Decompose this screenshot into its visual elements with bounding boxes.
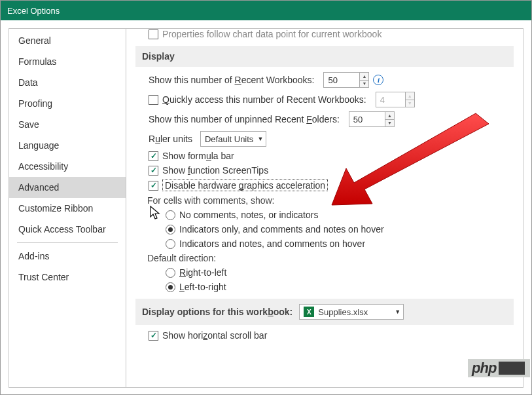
radio-no-comments[interactable] [166,210,175,220]
dropdown-value: Default Units [205,134,253,144]
sidebar-item-trust-center[interactable]: Trust Center [9,267,126,288]
excel-icon: X [304,307,314,317]
radio-ltr[interactable] [166,282,175,292]
dropdown-value: Supplies.xlsx [318,307,391,317]
sidebar-item-advanced[interactable]: Advanced [9,177,126,198]
sidebar-item-accessibility[interactable]: Accessibility [9,156,126,177]
checkbox-properties-follow[interactable] [149,29,158,39]
titlebar: Excel Options [1,1,531,20]
label-show-formula-bar: Show formula bar [162,151,234,161]
sidebar-separator [17,242,118,243]
sidebar: General Formulas Data Proofing Save Lang… [9,28,126,388]
label-horizontal-scroll: Show horizontal scroll bar [162,330,267,341]
sidebar-item-save[interactable]: Save [9,114,126,135]
spinner-recent-folders[interactable]: 50 ▲▼ [349,111,395,127]
sidebar-item-formulas[interactable]: Formulas [9,51,126,72]
section-header-workbook: Display options for this workbook: X Sup… [135,299,514,325]
chevron-down-icon: ▼ [395,309,400,315]
spinner-down-icon[interactable]: ▼ [385,120,394,127]
checkbox-show-screentips[interactable] [149,166,158,176]
label-rtl: Right-to-left [179,267,226,278]
label-disable-hw-graphics: Disable hardware graphics acceleration [162,179,328,191]
content-area: General Formulas Data Proofing Save Lang… [1,20,531,395]
label-show-screentips: Show function ScreenTips [162,165,268,176]
label-properties-follow: Properties follow chart data point for c… [162,29,381,39]
label-recent-folders: Show this number of unpinned Recent Fold… [149,114,340,124]
spinner-value: 4 [376,92,405,107]
spinner-down-icon[interactable]: ▼ [360,81,368,88]
label-indicators-only: Indicators only, and comments and notes … [179,224,384,235]
checkbox-disable-hw-graphics[interactable] [149,181,158,191]
label-recent-workbooks: Show this number of Recent Workbooks: [149,75,314,85]
label-direction-heading: Default direction: [147,253,514,263]
sidebar-item-language[interactable]: Language [9,135,126,156]
radio-indicators-only[interactable] [166,225,175,235]
section-header-display: Display [135,46,514,67]
radio-indicators-and-notes[interactable] [166,239,175,249]
sidebar-item-addins[interactable]: Add-ins [9,246,126,267]
checkbox-horizontal-scroll[interactable] [149,331,158,341]
checkbox-quick-access-recent[interactable] [149,95,158,105]
spinner-quick-access-recent: 4 ▲▼ [376,92,415,107]
spinner-value[interactable]: 50 [349,112,385,126]
radio-rtl[interactable] [166,268,175,278]
label-indicators-and-notes: Indicators and notes, and comments on ho… [179,238,365,249]
sidebar-item-quick-access-toolbar[interactable]: Quick Access Toolbar [9,219,126,240]
main-panel: Properties follow chart data point for c… [126,28,523,388]
spinner-up-icon[interactable]: ▲ [385,112,394,120]
spinner-down-icon: ▼ [406,100,414,107]
info-icon[interactable]: i [373,75,383,85]
spinner-up-icon: ▲ [406,92,414,100]
label-comments-heading: For cells with comments, show: [147,195,514,206]
label-ruler-units: Ruler units [149,134,192,144]
spinner-up-icon[interactable]: ▲ [360,73,368,81]
label-no-comments: No comments, notes, or indicators [179,210,318,220]
sidebar-item-general[interactable]: General [9,30,126,51]
label-quick-access-recent: Quickly access this number of Recent Wor… [162,94,366,105]
spinner-recent-workbooks[interactable]: 50 ▲▼ [323,72,369,88]
checkbox-show-formula-bar[interactable] [149,151,158,161]
dropdown-ruler-units[interactable]: Default Units ▼ [200,131,266,147]
sidebar-item-customize-ribbon[interactable]: Customize Ribbon [9,198,126,219]
chevron-down-icon: ▼ [257,136,263,142]
window-title: Excel Options [7,6,60,16]
label-ltr: Left-to-right [179,282,226,292]
php-watermark: php [468,359,530,377]
sidebar-item-data[interactable]: Data [9,72,126,93]
dropdown-workbook[interactable]: X Supplies.xlsx ▼ [299,304,404,320]
sidebar-item-proofing[interactable]: Proofing [9,93,126,114]
spinner-value[interactable]: 50 [324,73,359,87]
